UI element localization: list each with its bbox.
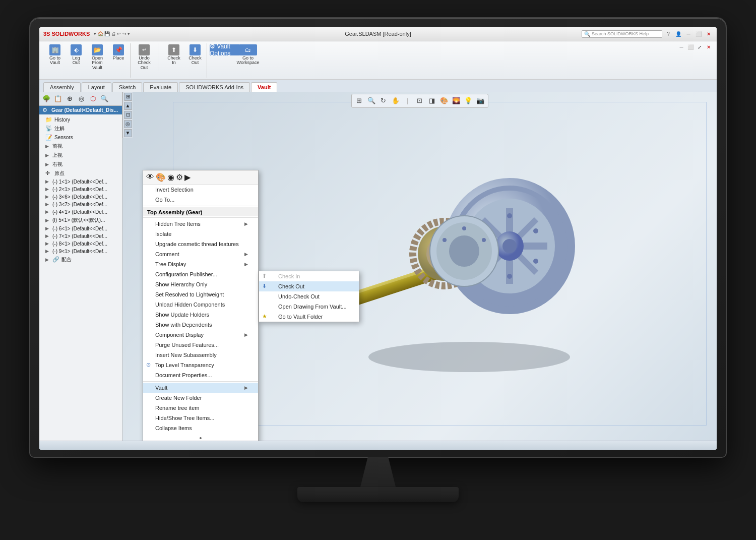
right-label: 右视 [52,161,62,168]
viewport-min-btn[interactable]: ─ [677,43,685,51]
ft-icon-props[interactable]: 📋 [53,93,63,103]
rp-btn5[interactable]: ▼ [124,129,132,137]
close-btn[interactable]: ✕ [705,30,713,38]
tree-root-item[interactable]: ⚙ Gear (Default<Default_Dis... [39,106,122,114]
sub-ctx-open-drawing[interactable]: Open Drawing From Vault... [259,302,359,312]
ctx-upgrade-cosmetic[interactable]: Upgrade cosmetic thread features [143,239,258,249]
help-btn[interactable]: ? [664,30,672,38]
ctx-invert-selection[interactable]: Invert Selection [143,185,258,195]
vp-zoom-in[interactable]: 🔍 [366,95,377,106]
tree-item-part8[interactable]: ▶ (-) 8<1> (Default<<Def... [39,240,122,248]
sub-ctx-check-out[interactable]: ⬇ Check Out [259,281,359,291]
ft-icon-filter[interactable]: ⬡ [88,93,98,103]
vp-camera[interactable]: 📷 [475,95,486,106]
ft-icon-config[interactable]: ⊕ [65,93,75,103]
ribbon-vault-options[interactable]: ⚙ Vault Options [215,43,234,57]
rp-btn2[interactable]: ▲ [124,102,132,110]
ctx-set-resolved[interactable]: Set Resolved to Lightweight [143,289,258,299]
tree-item-origin[interactable]: ✛ 原点 [39,169,122,178]
tree-item-part7[interactable]: ▶ (-) 7<1> (Default<<Def... [39,232,122,240]
tree-item-part3a[interactable]: ▶ (-) 3<6> (Default<<Def... [39,193,122,201]
tree-item-part3b[interactable]: ▶ (-) 3<7> (Default<<Def... [39,201,122,208]
ctx-top-level-transparency[interactable]: ⊙ Top Level Transparency [143,360,258,370]
ribbon-undo-checkout[interactable]: ↩ Undo Check Out [135,43,154,72]
vp-zoom-fit[interactable]: ⊞ [354,95,365,106]
sub-ctx-check-in[interactable]: ⬆ Check In [259,271,359,281]
ribbon-checkin[interactable]: ⬆ CheckIn [164,43,183,67]
tree-item-mates[interactable]: ▶ 🔗 配合 [39,255,122,264]
ctx-unload-hidden[interactable]: Unload Hidden Components [143,299,258,310]
ribbon-checkout[interactable]: ⬇ CheckOut [185,43,205,67]
ctx-texture-icon[interactable]: ◉ [167,172,174,182]
vp-pan[interactable]: ✋ [390,95,401,106]
ctx-tree-display[interactable]: Tree Display ▶ [143,259,258,269]
ctx-document-props[interactable]: Document Properties... [143,370,258,380]
ctx-insert-subassembly[interactable]: Insert New Subassembly [143,350,258,360]
ctx-hidden-tree[interactable]: Hidden Tree Items ▶ [143,219,258,229]
tree-item-right[interactable]: ▶ 右视 [39,160,122,169]
tree-item-part4[interactable]: ▶ (-) 4<1> (Default<<Def... [39,208,122,216]
ctx-show-update[interactable]: Show Update Holders [143,310,258,320]
ctx-collapse-items[interactable]: Collapse Items [143,423,258,433]
ft-icon-tree[interactable]: 🌳 [41,93,51,103]
vp-rotate[interactable]: ↻ [378,95,389,106]
ctx-show-hierarchy[interactable]: Show Hierarchy Only [143,279,258,289]
tree-item-annotations[interactable]: 📝 Sensors [39,133,122,142]
viewport-restore-btn[interactable]: ⬜ [686,43,695,51]
ctx-go-to[interactable]: Go To... [143,195,258,205]
ribbon-logout[interactable]: ⬖ LogOut [67,43,86,72]
ctx-vault[interactable]: Vault ▶ [143,383,258,393]
ctx-show-dependents[interactable]: Show with Dependents [143,320,258,330]
sub-ctx-goto-vault-folder[interactable]: ★ Go to Vault Folder [259,312,359,322]
ribbon-goto-vault[interactable]: 🏢 Go toVault [45,43,65,72]
ctx-eye-icon[interactable]: 👁 [146,172,154,182]
ctx-comment[interactable]: Comment ▶ [143,249,258,259]
minimize-btn[interactable]: ─ [684,30,692,38]
viewport-max-btn[interactable]: ⤢ [696,43,704,51]
tree-item-part6[interactable]: ▶ (-) 6<1> (Default<<Def... [39,225,122,232]
vp-scene[interactable]: 🌄 [451,95,462,106]
tree-item-part9[interactable]: ▶ (-) 9<1> (Default<<Def... [39,248,122,255]
ctx-settings-icon[interactable]: ⚙ [176,172,183,182]
tree-item-sensors[interactable]: 📡 注解 [39,124,122,133]
tab-sw-addins[interactable]: SOLIDWORKS Add-Ins [179,82,250,92]
ctx-isolate[interactable]: Isolate [143,229,258,239]
ctx-purge-unused[interactable]: Purge Unused Features... [143,340,258,350]
tree-item-part1[interactable]: ▶ (-) 1<1> (Default<<Def... [39,178,122,186]
tab-layout[interactable]: Layout [82,82,111,92]
restore-btn[interactable]: ⬜ [695,30,703,38]
tab-assembly[interactable]: Assembly [43,82,81,92]
vp-display-style[interactable]: ◨ [426,95,437,106]
ft-icon-display[interactable]: ◎ [76,93,86,103]
ctx-config-publisher[interactable]: Configuration Publisher... [143,269,258,279]
tab-sketch[interactable]: Sketch [112,82,143,92]
tree-item-top[interactable]: ▶ 上视 [39,151,122,160]
rp-btn4[interactable]: ◎ [124,120,132,128]
rp-btn3[interactable]: ⊡ [124,111,132,119]
tree-item-front[interactable]: ▶ 前视 [39,142,122,151]
tree-item-part5[interactable]: ▶ (f) 5<1> (默认<<默认)... [39,216,122,225]
search-box[interactable]: 🔍 Search SOLIDWORKS Help [582,30,662,38]
ctx-color-icon[interactable]: 🎨 [156,172,166,182]
ctx-rename-tree[interactable]: Rename tree item [143,403,258,413]
ctx-hide-show-tree[interactable]: Hide/Show Tree Items... [143,413,258,423]
tree-item-part2[interactable]: ▶ (-) 2<1> (Default<<Def... [39,186,122,193]
ctx-more-icon[interactable]: ▶ [184,172,191,182]
ribbon-goto-workspace[interactable]: 🗂 Go toWorkspace [238,43,258,67]
sub-ctx-undo-checkout[interactable]: Undo-Check Out [259,291,359,302]
ctx-component-display[interactable]: Component Display ▶ [143,330,258,340]
viewport-close-btn[interactable]: ✕ [705,43,713,51]
ribbon-place[interactable]: 📌 Place [109,43,128,72]
ctx-create-folder[interactable]: Create New Folder [143,393,258,403]
vp-appearances[interactable]: 🎨 [438,95,450,106]
user-btn[interactable]: 👤 [674,30,682,38]
tab-vault[interactable]: Vault [251,82,277,92]
vp-shadows[interactable]: 💡 [463,95,474,106]
rp-btn1[interactable]: ⊞ [124,93,132,101]
ft-icon-search[interactable]: 🔍 [99,93,109,103]
ribbon-open-from-vault[interactable]: 📂 OpenFromVault [88,43,107,72]
vp-section-view[interactable]: ⊡ [414,95,425,106]
tree-item-history[interactable]: 📁 History [39,115,122,124]
tab-evaluate[interactable]: Evaluate [143,82,178,92]
viewport[interactable]: ⊞ 🔍 ↻ ✋ | ⊡ ◨ 🎨 🌄 💡 📷 [122,92,717,441]
